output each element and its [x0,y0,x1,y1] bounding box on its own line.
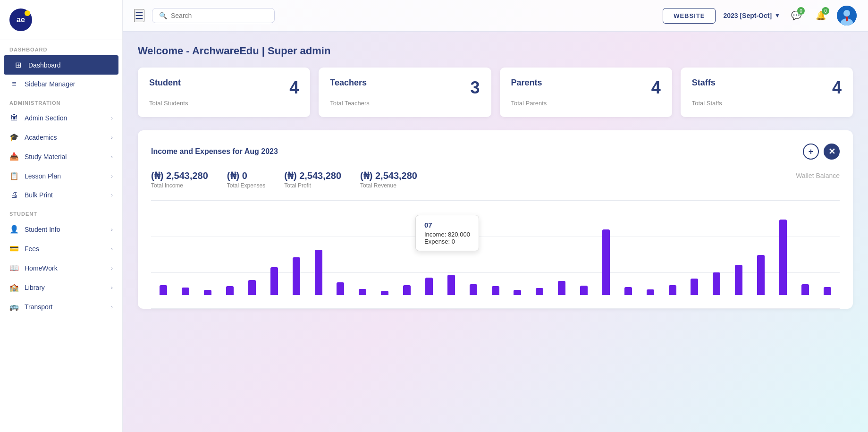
stat-sub-staffs: Total Staffs [692,100,842,107]
bar-column[interactable] [332,282,349,295]
bar-column[interactable] [509,290,526,295]
sidebar-item-transport[interactable]: 🚌 Transport › [0,297,122,316]
bar-column[interactable] [244,280,261,295]
sidebar-item-fees[interactable]: 💳 Fees › [0,239,122,258]
stat-number-parents: 4 [651,78,661,98]
bar-chart-inner [151,201,840,295]
chevron-icon: › [111,115,113,121]
tooltip-expense: Expense: 0 [424,238,470,245]
bar-column[interactable] [686,279,703,295]
bar [226,286,234,295]
stat-card-teachers: Teachers 3 Total Teachers [319,68,491,117]
bar [381,291,388,295]
sidebar-item-study-material[interactable]: 📥 Study Material › [0,147,122,166]
total-expenses-amount: (₦) 0 [227,170,265,181]
bar-column[interactable] [775,220,792,295]
bar-column[interactable] [421,278,438,295]
chevron-icon: › [111,154,113,160]
search-input[interactable] [171,12,256,19]
bar-column[interactable] [818,287,836,295]
wallet-balance-label: Wallet Balance [796,170,840,179]
total-profit-amount: (₦) 2,543,280 [284,170,341,181]
bar-column[interactable] [553,281,571,295]
bar-column[interactable] [531,288,548,295]
topbar: ☰ 🔍 WEBSITE 2023 [Sept-Oct] ▼ 💬 0 🔔 0 [123,0,868,32]
admin-section-icon: 🏛 [9,114,19,122]
bar-column[interactable] [619,287,637,295]
tooltip-income-value: 820,000 [448,231,470,238]
chart-actions: + ✕ [803,144,840,160]
bulk-print-icon: 🖨 [9,191,19,199]
bar-column[interactable] [199,290,217,295]
bar-column[interactable] [376,291,394,295]
stat-sub-student: Total Students [149,100,299,107]
bar-column[interactable] [730,265,748,295]
chart-add-button[interactable]: + [803,144,819,160]
bar-column[interactable] [464,284,482,295]
chevron-icon: › [111,173,113,179]
gridline [151,308,840,309]
avatar[interactable] [837,6,857,25]
sidebar-item-sidebar-manager[interactable]: ≡ Sidebar Manager [0,75,122,93]
bar-column[interactable] [442,275,460,295]
bar [470,284,477,295]
bar-column[interactable] [752,255,770,295]
bar-column[interactable] [487,286,504,295]
bar [447,275,455,295]
sidebar-item-admin-section[interactable]: 🏛 Admin Section › [0,109,122,127]
sidebar-item-bulk-print[interactable]: 🖨 Bulk Print › [0,186,122,204]
bar-column[interactable] [155,285,172,295]
bar-column[interactable] [221,286,239,295]
sidebar-item-library[interactable]: 🏫 Library › [0,278,122,297]
logo-yellow-dot [25,10,30,16]
bar-column[interactable] [575,286,593,295]
total-revenue-amount: (₦) 2,543,280 [360,170,417,181]
sidebar-item-homework[interactable]: 📖 HomeWork › [0,258,122,278]
bar [514,290,521,295]
bell-badge: 0 [822,7,829,15]
bar [248,280,256,295]
chart-close-button[interactable]: ✕ [824,144,840,160]
bar [558,281,565,295]
bar-column[interactable] [796,284,814,295]
stat-sub-parents: Total Parents [511,100,661,107]
bell-notification-button[interactable]: 🔔 0 [812,7,829,24]
bar [425,278,433,295]
bar [182,288,189,295]
tooltip-expense-label: Expense: [424,238,450,245]
financial-total-profit: (₦) 2,543,280 Total Profit [284,170,341,189]
sidebar-item-dashboard[interactable]: ⊞ Dashboard [4,55,118,75]
website-button[interactable]: WEBSITE [663,8,716,24]
bar-column[interactable] [287,257,305,295]
svg-point-1 [843,10,850,17]
chat-notification-button[interactable]: 💬 0 [788,7,805,24]
search-icon: 🔍 [159,12,167,19]
hamburger-button[interactable]: ☰ [134,9,144,22]
bar-column[interactable] [598,229,615,295]
bar [602,229,610,295]
bar-column[interactable] [664,285,681,295]
sidebar-item-academics[interactable]: 🎓 Academics › [0,127,122,147]
bar-column[interactable] [177,288,194,295]
sidebar-item-student-info[interactable]: 👤 Student Info › [0,220,122,239]
bar [492,286,499,295]
bar [315,250,322,295]
term-selector[interactable]: 2023 [Sept-Oct] ▼ [723,12,780,19]
stat-number-teachers: 3 [470,78,480,98]
bar-column[interactable] [641,289,659,295]
bar [293,257,300,295]
bar-column[interactable] [354,289,371,295]
chevron-icon: › [111,135,113,140]
bar [779,220,787,295]
academics-icon: 🎓 [9,133,19,142]
bar-column[interactable] [398,285,416,295]
logo-icon: ae [9,8,32,31]
financial-total-revenue: (₦) 2,543,280 Total Revenue [360,170,417,189]
bar-column[interactable] [708,272,725,295]
bar-column[interactable] [310,250,327,295]
sidebar-item-lesson-plan[interactable]: 📋 Lesson Plan › [0,166,122,186]
bar-column[interactable] [265,267,283,295]
financial-total-income: (₦) 2,543,280 Total Income [151,170,208,189]
chevron-icon: › [111,227,113,232]
bar [757,255,765,295]
